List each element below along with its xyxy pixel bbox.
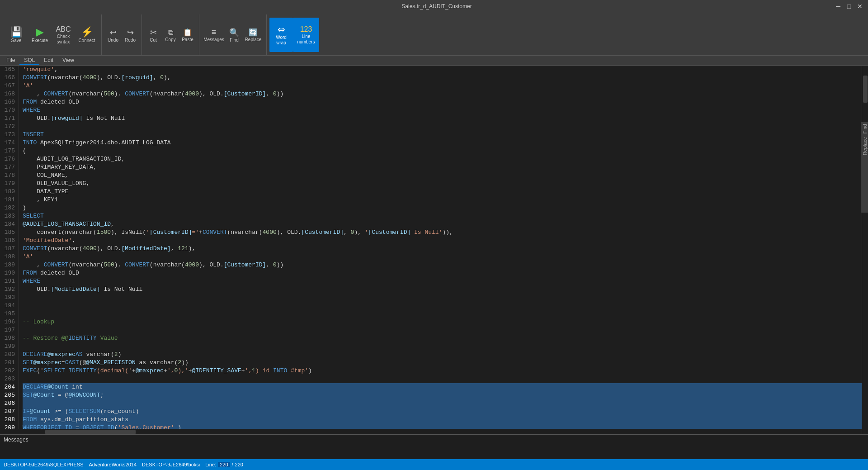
code-line[interactable]: INTO ApexSQLTrigger2014.dbo.AUDIT_LOG_DA… [23, 139, 862, 147]
code-line[interactable]: SELECT [23, 212, 862, 220]
code-line[interactable]: ( [23, 147, 862, 155]
menu-sql[interactable]: SQL [19, 56, 39, 65]
code-line[interactable]: WHERE [23, 277, 862, 285]
line-numbers-button[interactable]: 123 Linenumbers [293, 18, 319, 52]
code-line[interactable]: AUDIT_LOG_TRANSACTION_ID, [23, 155, 862, 163]
code-line[interactable] [23, 294, 862, 302]
line-number: 203 [4, 375, 15, 383]
code-line[interactable]: 'rowguid', [23, 66, 862, 74]
code-line[interactable]: PRIMARY_KEY_DATA, [23, 163, 862, 171]
line-number: 209 [4, 424, 15, 429]
code-line[interactable] [23, 310, 862, 318]
code-line[interactable]: 'A' [23, 82, 862, 90]
code-line[interactable]: FROM deleted OLD [23, 98, 862, 106]
code-line[interactable]: COL_NAME, [23, 171, 862, 180]
status-database: AdventureWorks2014 [89, 462, 137, 467]
code-line[interactable]: CONVERT(nvarchar(4000), OLD.[ModifiedDat… [23, 245, 862, 253]
code-line[interactable]: DATA_TYPE [23, 188, 862, 196]
menu-edit[interactable]: Edit [39, 56, 58, 65]
code-line[interactable]: OLD.[rowguid] Is Not Null [23, 114, 862, 123]
save-button[interactable]: 💾 Save [5, 18, 28, 52]
code-line[interactable]: , KEY1 [23, 196, 862, 204]
line-number: 206 [4, 399, 15, 408]
find-button[interactable]: 🔍 Find [226, 18, 243, 52]
messages-panel: Messages [0, 434, 868, 459]
code-line[interactable]: 'A' [23, 253, 862, 261]
status-user: DESKTOP-9JE2649\boksi [142, 462, 200, 467]
line-number: 185 [4, 228, 15, 237]
execute-button[interactable]: ▶ Execute [28, 18, 52, 52]
code-line[interactable]: DECLARE @Count int [23, 383, 862, 391]
paste-button[interactable]: 📋 Paste [179, 18, 196, 52]
undo-icon: ↩ [110, 28, 117, 37]
code-line[interactable]: INSERT [23, 131, 862, 139]
execute-icon: ▶ [36, 27, 44, 37]
editor-scroll[interactable]: 1651661671681691701711721731741751761771… [0, 66, 862, 429]
cut-button[interactable]: ✂ Cut [145, 18, 162, 52]
code-line[interactable]: CONVERT(nvarchar(4000), OLD.[rowguid], 0… [23, 74, 862, 82]
close-button[interactable]: ✕ [855, 2, 864, 11]
redo-button[interactable]: ↪ Redo [122, 18, 139, 52]
menu-file[interactable]: File [2, 56, 19, 65]
code-line[interactable]: convert(nvarchar(1500), IsNull('[Custome… [23, 228, 862, 237]
find-sidebar-text[interactable]: Find [861, 122, 868, 135]
code-line[interactable] [23, 302, 862, 310]
line-number: 198 [4, 334, 15, 342]
line-number: 208 [4, 416, 15, 424]
copy-icon: ⧉ [168, 29, 173, 36]
editor-container: 1651661671681691701711721731741751761771… [0, 66, 862, 434]
code-content[interactable]: 'rowguid', CONVERT(nvarchar(4000), OLD.[… [19, 66, 862, 429]
replace-sidebar-text[interactable]: Replace [861, 135, 868, 157]
line-number: 166 [4, 74, 15, 82]
code-line[interactable] [23, 375, 862, 383]
replace-icon: 🔄 [249, 29, 258, 36]
code-line[interactable] [23, 399, 862, 408]
code-line[interactable]: DECLARE @maxprec AS varchar(2) [23, 351, 862, 359]
code-line[interactable]: SET @Count = @@ROWCOUNT; [23, 391, 862, 399]
code-line[interactable]: SET @maxprec=CAST(@@MAX_PRECISION as var… [23, 359, 862, 367]
undo-label: Undo [108, 38, 118, 43]
code-line[interactable]: @AUDIT_LOG_TRANSACTION_ID, [23, 220, 862, 228]
connect-button[interactable]: ⚡ Connect [75, 18, 99, 52]
code-line[interactable]: , CONVERT(nvarchar(500), CONVERT(nvarcha… [23, 90, 862, 98]
code-line[interactable] [23, 342, 862, 351]
code-line[interactable]: WHERE OBJECT_ID = OBJECT_ID('Sales.Custo… [23, 424, 862, 429]
code-line[interactable]: EXEC('SELECT IDENTITY(decimal('+@maxprec… [23, 367, 862, 375]
horizontal-scrollbar[interactable] [0, 429, 862, 434]
check-syntax-button[interactable]: ABC Checksyntax [52, 18, 75, 52]
line-number: 205 [4, 391, 15, 399]
copy-button[interactable]: ⧉ Copy [162, 18, 179, 52]
find-icon: 🔍 [229, 28, 239, 37]
code-line[interactable]: , CONVERT(nvarchar(500), CONVERT(nvarcha… [23, 261, 862, 269]
line-number: 178 [4, 171, 15, 180]
maximize-button[interactable]: □ [844, 2, 854, 11]
code-line[interactable]: ) [23, 204, 862, 212]
messages-icon: ≡ [212, 28, 217, 36]
word-wrap-button[interactable]: ⇔ Word wrap [269, 18, 293, 52]
find-label: Find [230, 38, 238, 43]
minimize-button[interactable]: ─ [834, 2, 843, 11]
menu-bar: File SQL Edit View [0, 56, 868, 66]
code-line[interactable]: FROM sys.dm_db_partition_stats [23, 416, 862, 424]
code-line[interactable]: 'ModifiedDate', [23, 237, 862, 245]
find-replace-sidebar[interactable]: Find Replace [861, 122, 868, 213]
line-number: 165 [4, 66, 15, 74]
messages-button[interactable]: ≡ Messages [202, 18, 226, 52]
menu-view[interactable]: View [58, 56, 79, 65]
replace-button[interactable]: 🔄 Replace [243, 18, 264, 52]
line-number: 169 [4, 98, 15, 106]
code-line[interactable] [23, 123, 862, 131]
code-line[interactable]: OLD.[ModifiedDate] Is Not Null [23, 285, 862, 294]
line-number: 191 [4, 277, 15, 285]
code-line[interactable]: OLD_VALUE_LONG, [23, 180, 862, 188]
code-line[interactable]: FROM deleted OLD [23, 269, 862, 277]
code-line[interactable]: -- Restore @@IDENTITY Value [23, 334, 862, 342]
code-line[interactable] [23, 326, 862, 334]
code-line[interactable]: -- Lookup [23, 318, 862, 326]
code-line[interactable]: IF @Count >= (SELECT SUM(row_count) [23, 408, 862, 416]
undo-button[interactable]: ↩ Undo [104, 18, 122, 52]
vertical-scrollbar[interactable] [862, 66, 868, 434]
code-line[interactable]: WHERE [23, 106, 862, 114]
copy-label: Copy [165, 37, 175, 42]
paste-icon: 📋 [183, 29, 192, 36]
